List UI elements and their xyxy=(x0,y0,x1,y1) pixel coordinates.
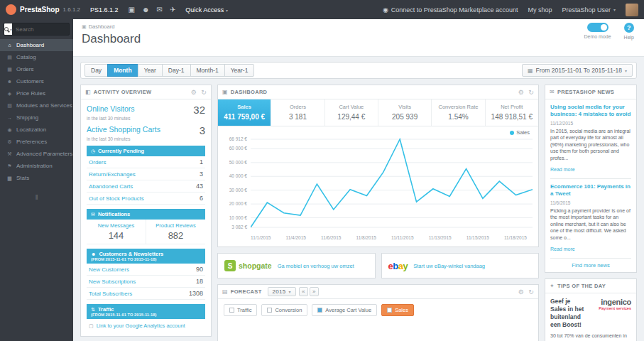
legend-avg-cart-toggle[interactable]: Average Cart Value xyxy=(312,304,377,316)
rocket-icon[interactable]: ✈ xyxy=(170,6,175,13)
cart-icon[interactable]: ▣ xyxy=(129,6,135,13)
gear-icon[interactable]: ⚙ xyxy=(191,89,197,96)
gear-icon[interactable]: ⚙ xyxy=(518,89,524,96)
period-year-button[interactable]: Year xyxy=(138,64,163,77)
sidebar-item-price-rules[interactable]: ◈ Price Rules xyxy=(0,87,73,99)
kpi-label: Orders xyxy=(273,104,322,110)
new-subscriptions-link[interactable]: New Subscriptions xyxy=(89,278,136,285)
ebay-module: ebay Start uw eBay-winkel vandaag xyxy=(381,253,540,278)
breadcrumb[interactable]: ▣ Dashboard xyxy=(82,23,635,30)
kpi-sales-tab[interactable]: Sales 411 759,00 € xyxy=(218,99,271,126)
y-axis-label: 20 000 € xyxy=(229,201,247,206)
new-messages-cell[interactable]: New Messages 144 xyxy=(87,220,146,244)
kpi-value: 148 918,51 € xyxy=(487,113,537,121)
period-day-1-button[interactable]: Day-1 xyxy=(162,64,191,77)
pending-orders-link[interactable]: Orders xyxy=(89,159,106,166)
new-customers-link[interactable]: New Customers xyxy=(89,266,129,273)
sidebar-item-stats[interactable]: ▆ Stats xyxy=(0,172,73,184)
y-axis-label: 50 000 € xyxy=(229,160,247,165)
sidebar: ▾ ⌂ Dashboard ▤ Catalog ▦ Orders ☻ Custo… xyxy=(0,19,73,341)
user-menu[interactable]: PrestaShop User ▾ xyxy=(562,6,616,13)
sidebar-collapse-button[interactable]: ‖ xyxy=(0,194,73,201)
next-year-button[interactable]: » xyxy=(310,287,319,296)
sidebar-item-advanced-parameters[interactable]: ⚒ Advanced Parameters xyxy=(0,148,73,160)
sidebar-item-modules[interactable]: ▧ Modules and Services xyxy=(0,99,73,112)
read-more-link[interactable]: Read more xyxy=(550,167,575,172)
search-scope-button[interactable]: ▾ xyxy=(4,23,12,35)
kpi-net-profit-tab[interactable]: Net Profit 148 918,51 € xyxy=(486,99,538,126)
find-more-news-link[interactable]: Find more news xyxy=(550,258,631,272)
kpi-conversion-tab[interactable]: Conversion Rate 1.54% xyxy=(432,99,485,126)
gear-icon[interactable]: ⚙ xyxy=(518,288,524,296)
shopgate-link[interactable]: Ga mobiel en verhoog uw omzet xyxy=(278,263,354,269)
catalog-icon: ▤ xyxy=(6,55,13,60)
kpi-orders-tab[interactable]: Orders 3 181 xyxy=(271,99,324,126)
home-icon: ⌂ xyxy=(6,43,13,48)
legend-sales-toggle[interactable]: Sales xyxy=(381,304,414,316)
legend-conversion-toggle[interactable]: Conversion xyxy=(261,304,307,316)
period-button-group: Day Month Year Day-1 Month-1 Year-1 xyxy=(84,64,254,77)
kpi-label: Cart Value xyxy=(327,104,376,110)
year-select[interactable]: 2015 ▾ xyxy=(268,287,296,296)
out-of-stock-link[interactable]: Out of Stock Products xyxy=(89,195,144,202)
user-menu-label: PrestaShop User xyxy=(562,6,611,13)
customers-section-header: ☻ Customers & Newsletters (FROM 2015-11-… xyxy=(87,249,205,264)
total-subscribers-link[interactable]: Total Subscribers xyxy=(89,291,132,297)
refresh-icon[interactable]: ↻ xyxy=(201,89,207,96)
chevron-down-icon: ▾ xyxy=(226,9,228,13)
kpi-visits-tab[interactable]: Visits 205 939 xyxy=(378,99,432,126)
prev-year-button[interactable]: « xyxy=(299,287,308,296)
sales-line-chart xyxy=(251,134,533,233)
sidebar-item-shipping[interactable]: → Shipping xyxy=(0,112,73,124)
tips-of-the-day-panel: ✦ TIPS OF THE DAY Geef je Sales in het b… xyxy=(545,278,637,341)
news-article-title[interactable]: Ecommerce 101: Payments in a Tweet xyxy=(550,183,631,198)
refresh-icon[interactable]: ↻ xyxy=(528,288,534,296)
ebay-link[interactable]: Start uw eBay-winkel vandaag xyxy=(413,263,485,269)
sidebar-item-preferences[interactable]: ⚙ Preferences xyxy=(0,136,73,148)
page-header: ▣ Dashboard Dashboard Demo mode ? Help xyxy=(73,19,644,57)
sidebar-item-customers[interactable]: ☻ Customers xyxy=(0,75,73,87)
period-day-button[interactable]: Day xyxy=(84,64,108,77)
shop-name-link[interactable]: PS1.6.1.2 xyxy=(90,6,119,13)
legend-traffic-toggle[interactable]: Traffic xyxy=(224,304,257,316)
date-range-picker[interactable]: ▦ From 2015-11-01 To 2015-11-18 ▾ xyxy=(522,64,633,77)
refresh-icon[interactable]: ↻ xyxy=(528,89,534,96)
mail-icon[interactable]: ✉ xyxy=(157,6,163,13)
year-select-value: 2015 xyxy=(273,288,286,295)
product-reviews-cell[interactable]: Product Reviews 882 xyxy=(146,220,205,244)
read-more-link[interactable]: Read more xyxy=(550,247,575,251)
google-analytics-link[interactable]: ▢ Link to your Google Analytics account xyxy=(87,319,205,330)
sidebar-item-administration[interactable]: ⚑ Administration xyxy=(0,160,73,172)
period-month-button[interactable]: Month xyxy=(107,64,138,77)
kpi-cart-value-tab[interactable]: Cart Value 129,44 € xyxy=(325,99,378,126)
pending-returns-link[interactable]: Return/Exchanges xyxy=(89,171,136,178)
user-avatar[interactable] xyxy=(626,4,638,16)
help-icon[interactable]: ? xyxy=(624,23,634,33)
prestashop-logo[interactable]: PrestaShop 1.6.1.2 xyxy=(6,4,80,15)
y-axis-label: 10 000 € xyxy=(229,215,247,220)
sidebar-item-label: Preferences xyxy=(16,139,47,145)
brand-version: 1.6.1.2 xyxy=(63,6,80,13)
quick-access-menu[interactable]: Quick Access ▾ xyxy=(185,6,228,13)
sidebar-item-catalog[interactable]: ▤ Catalog xyxy=(0,51,73,63)
sidebar-item-localization[interactable]: ◉ Localization xyxy=(0,124,73,136)
news-article-title[interactable]: Using social media for your business: 4 … xyxy=(550,104,631,119)
marketplace-connect-link[interactable]: ◉ Connect to PrestaShop Marketplace acco… xyxy=(383,6,518,13)
my-shop-link[interactable]: My shop xyxy=(528,6,552,13)
online-visitors-link[interactable]: Online Visitors xyxy=(87,104,135,113)
sidebar-item-label: Shipping xyxy=(16,114,38,121)
period-year-1-button[interactable]: Year-1 xyxy=(224,64,255,77)
checkbox-icon xyxy=(387,308,392,313)
pending-row: Return/Exchanges 3 xyxy=(87,168,205,180)
link-icon: ▢ xyxy=(89,323,94,329)
demo-mode-toggle[interactable] xyxy=(587,23,608,32)
sidebar-item-dashboard[interactable]: ⌂ Dashboard xyxy=(0,39,73,51)
profile-icon[interactable]: ☻ xyxy=(142,6,150,13)
search-input[interactable] xyxy=(12,26,70,33)
x-axis-label: 11/4/2015 xyxy=(286,235,306,240)
period-month-1-button[interactable]: Month-1 xyxy=(190,64,225,77)
sidebar-item-orders[interactable]: ▦ Orders xyxy=(0,63,73,75)
active-carts-link[interactable]: Active Shopping Carts xyxy=(87,125,160,134)
topbar: PrestaShop 1.6.1.2 PS1.6.1.2 ▣ ☻ ✉ ✈ Qui… xyxy=(0,0,644,19)
abandoned-carts-link[interactable]: Abandoned Carts xyxy=(89,183,133,190)
